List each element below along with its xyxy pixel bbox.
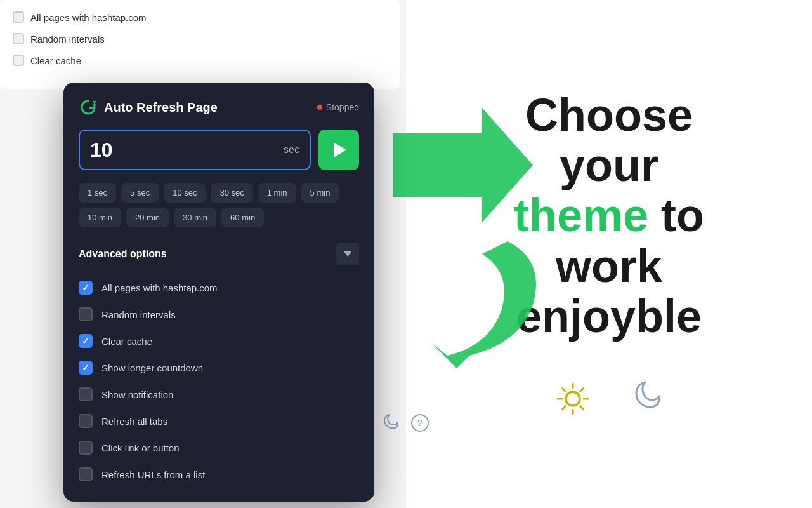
quick-1min[interactable]: 1 min bbox=[258, 183, 296, 203]
quick-5min[interactable]: 5 min bbox=[301, 183, 339, 203]
bg-checkbox-3 bbox=[13, 55, 24, 66]
svg-line-7 bbox=[580, 388, 583, 391]
bg-label-2: Random intervals bbox=[30, 34, 105, 44]
advanced-title: Advanced options bbox=[79, 248, 167, 260]
bg-label-1: All pages with hashtap.com bbox=[30, 12, 147, 23]
promo-theme: theme bbox=[514, 190, 648, 241]
checkmark-icon: ✓ bbox=[82, 283, 89, 293]
promo-line2: your bbox=[514, 140, 704, 190]
background-panel: All pages with hashtap.com Random interv… bbox=[0, 0, 400, 89]
checkmark-icon-2: ✓ bbox=[82, 336, 89, 346]
option-random-intervals-label: Random intervals bbox=[102, 309, 176, 320]
popup-title: Auto Refresh Page bbox=[104, 100, 218, 115]
quick-30sec[interactable]: 30 sec bbox=[211, 183, 252, 203]
quick-30min[interactable]: 30 min bbox=[174, 208, 216, 227]
bg-checkbox-item-3: Clear cache bbox=[13, 50, 387, 71]
promo-line1: Choose bbox=[514, 90, 704, 140]
bg-checkbox-2 bbox=[13, 33, 24, 44]
popup: Auto Refresh Page Stopped sec 1 sec 5 se… bbox=[63, 83, 374, 502]
sun-icon[interactable] bbox=[554, 380, 592, 418]
svg-line-8 bbox=[562, 406, 565, 409]
quick-10min[interactable]: 10 min bbox=[79, 208, 121, 227]
promo-section: Choose your theme to work enjoyble bbox=[406, 0, 812, 508]
timer-input-wrapper: sec bbox=[79, 130, 311, 170]
svg-text:?: ? bbox=[417, 418, 422, 428]
option-refresh-urls-label: Refresh URLs from a list bbox=[102, 469, 205, 480]
option-show-notification-label: Show notification bbox=[102, 389, 173, 400]
popup-header: Auto Refresh Page Stopped bbox=[79, 98, 359, 117]
option-show-notification: Show notification bbox=[79, 382, 359, 406]
moon-small-icon[interactable] bbox=[381, 413, 401, 433]
chevron-down-icon bbox=[344, 251, 351, 257]
popup-extras: ? bbox=[381, 413, 430, 433]
quick-60min[interactable]: 60 min bbox=[221, 208, 264, 227]
timer-input[interactable] bbox=[90, 138, 141, 162]
promo-heading: Choose your theme to work enjoyble bbox=[514, 90, 704, 342]
bg-label-3: Clear cache bbox=[30, 55, 81, 66]
quick-1sec[interactable]: 1 sec bbox=[79, 183, 116, 203]
checkbox-all-pages[interactable]: ✓ bbox=[79, 281, 93, 295]
popup-title-area: Auto Refresh Page bbox=[79, 98, 218, 117]
bg-checkbox-item-1: All pages with hashtap.com bbox=[13, 6, 387, 28]
svg-line-5 bbox=[562, 388, 565, 391]
status-dot bbox=[317, 105, 322, 110]
promo-line4: work bbox=[514, 241, 704, 291]
option-clear-cache: ✓ Clear cache bbox=[79, 329, 359, 353]
promo-to: to bbox=[648, 190, 704, 241]
checkbox-random-intervals[interactable] bbox=[79, 307, 93, 321]
option-click-link: Click link or button bbox=[79, 436, 359, 460]
moon-icon[interactable] bbox=[630, 381, 665, 416]
promo-line5: enjoyble bbox=[514, 291, 704, 342]
svg-line-6 bbox=[580, 406, 583, 409]
option-random-intervals: Random intervals bbox=[79, 302, 359, 326]
checkmark-icon-3: ✓ bbox=[82, 363, 89, 373]
option-all-pages: ✓ All pages with hashtap.com bbox=[79, 276, 359, 300]
checkbox-refresh-all-tabs[interactable] bbox=[79, 414, 93, 428]
collapse-button[interactable] bbox=[336, 243, 359, 265]
advanced-options-header: Advanced options bbox=[79, 243, 359, 265]
quick-times: 1 sec 5 sec 10 sec 30 sec 1 min 5 min 10… bbox=[79, 183, 359, 227]
start-button[interactable] bbox=[318, 130, 359, 170]
option-clear-cache-label: Clear cache bbox=[102, 336, 152, 347]
option-refresh-all-tabs-label: Refresh all tabs bbox=[102, 416, 167, 427]
option-longer-countdown: ✓ Show longer countdown bbox=[79, 356, 359, 380]
popup-status: Stopped bbox=[317, 102, 359, 112]
quick-5sec[interactable]: 5 sec bbox=[121, 183, 159, 203]
option-longer-countdown-label: Show longer countdown bbox=[102, 363, 203, 373]
quick-10sec[interactable]: 10 sec bbox=[164, 183, 206, 203]
checkbox-click-link[interactable] bbox=[79, 441, 93, 455]
option-refresh-urls: Refresh URLs from a list bbox=[79, 462, 359, 486]
status-label: Stopped bbox=[326, 102, 359, 112]
play-icon bbox=[334, 142, 346, 157]
bg-checkbox-item-2: Random intervals bbox=[13, 28, 387, 50]
theme-icons bbox=[554, 380, 665, 418]
option-click-link-label: Click link or button bbox=[102, 443, 180, 453]
checkbox-clear-cache[interactable]: ✓ bbox=[79, 334, 93, 348]
quick-20min[interactable]: 20 min bbox=[126, 208, 169, 227]
checkbox-refresh-urls[interactable] bbox=[79, 467, 93, 481]
timer-area: sec bbox=[79, 130, 359, 170]
question-icon[interactable]: ? bbox=[410, 413, 430, 433]
checkbox-show-notification[interactable] bbox=[79, 387, 93, 401]
option-refresh-all-tabs: Refresh all tabs bbox=[79, 409, 359, 433]
options-list: ✓ All pages with hashtap.com Random inte… bbox=[79, 276, 359, 486]
svg-point-0 bbox=[566, 392, 580, 406]
checkbox-longer-countdown[interactable]: ✓ bbox=[79, 361, 93, 375]
option-all-pages-label: All pages with hashtap.com bbox=[102, 283, 218, 293]
bg-checkbox-1 bbox=[13, 11, 24, 23]
app-logo-icon bbox=[79, 98, 98, 117]
timer-unit: sec bbox=[284, 144, 299, 156]
promo-line3: theme to bbox=[514, 190, 704, 241]
